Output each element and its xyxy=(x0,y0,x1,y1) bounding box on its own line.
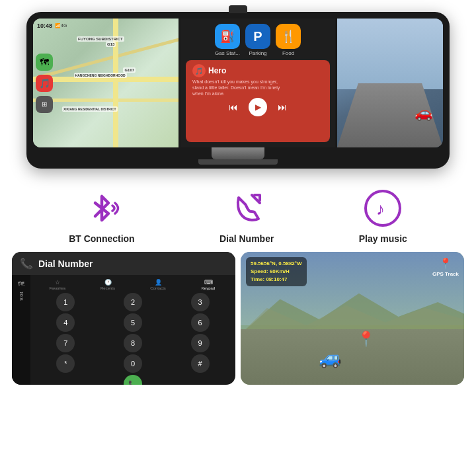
gps-track-icon: 📍 xyxy=(439,257,452,270)
dial-sidebar-maps-icon: 🗺 xyxy=(18,280,24,288)
keypad-3[interactable]: 3 xyxy=(191,293,210,311)
keypad-5[interactable]: 5 xyxy=(124,313,142,332)
dial-number-panel: 📞 Dial Number 🗺 9:04 ☆ Favorites 🕐 Recen… xyxy=(12,252,235,385)
device-base xyxy=(198,159,278,165)
keypad-hash[interactable]: # xyxy=(191,354,210,373)
camera-car-ahead: 🚗 xyxy=(415,104,432,122)
dial-icon-wrap xyxy=(225,187,268,229)
dial-content: 🗺 9:04 ☆ Favorites 🕐 Recents 👤 Contacts xyxy=(12,275,235,385)
food-label: Food xyxy=(282,50,294,56)
carplay-parking-btn[interactable]: P Parking xyxy=(245,24,270,56)
call-button[interactable]: 📞 xyxy=(124,375,142,385)
feature-bt: BT Connection xyxy=(69,187,135,244)
prev-button[interactable]: ⏮ xyxy=(229,102,238,112)
phone-icon xyxy=(227,188,266,228)
keypad-6[interactable]: 6 xyxy=(191,313,210,332)
feature-music: ♪ Play music xyxy=(359,187,407,244)
map-road-horizontal-2 xyxy=(33,99,178,102)
bottom-panels: 📞 Dial Number 🗺 9:04 ☆ Favorites 🕐 Recen… xyxy=(0,252,476,394)
keypad-9[interactable]: 9 xyxy=(191,334,210,352)
bluetooth-icon xyxy=(82,188,122,228)
carplay-panel: ⛽ Gas Stat... P Parking 🍴 Food 🎵 xyxy=(180,19,335,147)
map-signal: 📶4G xyxy=(55,23,67,28)
dial-sidebar: 🗺 9:04 xyxy=(12,275,30,385)
map-label-fuyong: FUYONG SUBDISTRICT xyxy=(77,36,124,42)
bt-icon-wrap xyxy=(81,187,123,229)
dial-header-phone-icon: 📞 xyxy=(20,257,33,270)
map-time: 10:48 xyxy=(37,22,52,29)
gps-info-box: 59.5656°N, 0.5882°W Speed: 60Km/H Time: … xyxy=(246,257,307,286)
gps-speed: Speed: 60Km/H xyxy=(251,268,302,276)
features-section: BT Connection Dial Number ♪ Play music xyxy=(0,175,476,252)
recents-label: Recents xyxy=(100,286,115,290)
dial-tab-contacts[interactable]: 👤 Contacts xyxy=(134,279,182,290)
device-section: FUYONG SUBDISTRICT HANGCHENG NEIGHBORHOO… xyxy=(0,0,476,175)
music-note-icon: ♪ xyxy=(362,187,404,229)
food-icon: 🍴 xyxy=(276,24,301,49)
feature-dial: Dial Number xyxy=(219,187,274,244)
music-description: What doesn't kill you makes you stronger… xyxy=(192,79,323,97)
contacts-label: Contacts xyxy=(150,286,166,290)
camera-sky xyxy=(337,19,443,89)
device-stand xyxy=(212,147,264,159)
keypad-1[interactable]: 1 xyxy=(56,293,75,311)
keypad-7[interactable]: 7 xyxy=(56,334,75,352)
play-button[interactable]: ▶ xyxy=(249,98,267,116)
gps-road xyxy=(241,329,464,385)
dial-bottom-row: 📞 xyxy=(33,373,233,385)
gps-track-label: 📍 GPS Track xyxy=(432,257,459,277)
svg-text:♪: ♪ xyxy=(376,199,385,219)
keypad-2[interactable]: 2 xyxy=(124,293,142,311)
keypad-star[interactable]: * xyxy=(56,354,75,373)
map-icon-row: 🗺 🎵 ⊞ xyxy=(36,54,53,113)
map-road-g107: G107 xyxy=(123,67,136,73)
map-app-grid[interactable]: ⊞ xyxy=(36,96,53,113)
dial-tab-recents[interactable]: 🕐 Recents xyxy=(83,279,132,290)
keypad-grid: 1 2 3 4 5 6 7 8 9 * 0 # xyxy=(33,293,233,373)
dial-panel-title: Dial Number xyxy=(38,258,93,269)
keypad-8[interactable]: 8 xyxy=(124,334,142,352)
keypad-0[interactable]: 0 xyxy=(124,354,142,373)
music-title-row: 🎵 Hero xyxy=(192,64,323,77)
recents-icon: 🕐 xyxy=(104,279,112,286)
music-title: Hero xyxy=(208,66,226,75)
carplay-food-btn[interactable]: 🍴 Food xyxy=(276,24,301,56)
music-label: Play music xyxy=(359,233,407,244)
map-label-hangcheng: HANGCHENG NEIGHBORHOOD xyxy=(74,73,127,78)
map-label-xixiang: XIXIANG RESIDENTIAL DISTRICT xyxy=(62,106,118,112)
music-card: 🎵 Hero What doesn't kill you makes you s… xyxy=(186,60,330,142)
gps-car: 🚙 xyxy=(319,347,342,369)
dial-sidebar-time: 9:04 xyxy=(19,292,24,301)
keypad-4[interactable]: 4 xyxy=(56,313,75,332)
carplay-top-icons: ⛽ Gas Stat... P Parking 🍴 Food xyxy=(186,24,330,56)
gps-track-text: GPS Track xyxy=(432,271,459,277)
camera-panel: 🚗 xyxy=(337,19,443,147)
dial-tab-keypad[interactable]: ⌨ Keypad xyxy=(184,279,233,290)
keypad-label: Keypad xyxy=(202,286,215,290)
music-app-icon: 🎵 xyxy=(192,64,206,77)
map-app-maps[interactable]: 🗺 xyxy=(36,54,53,71)
gps-time: Time: 08:10:47 xyxy=(251,276,302,284)
bt-label: BT Connection xyxy=(69,233,135,244)
favorites-label: Favorites xyxy=(50,286,66,290)
gps-panel: 🚙 📍 59.5656°N, 0.5882°W Speed: 60Km/H Ti… xyxy=(241,252,464,385)
favorites-icon: ☆ xyxy=(55,279,60,286)
dial-tabs: ☆ Favorites 🕐 Recents 👤 Contacts ⌨ Keypa… xyxy=(33,278,233,293)
map-app-music[interactable]: 🎵 xyxy=(36,75,53,92)
gps-pin: 📍 xyxy=(357,331,375,348)
map-panel: FUYONG SUBDISTRICT HANGCHENG NEIGHBORHOO… xyxy=(33,19,178,147)
dial-panel-header: 📞 Dial Number xyxy=(12,252,235,275)
dial-tab-favorites[interactable]: ☆ Favorites xyxy=(33,279,82,290)
gas-icon: ⛽ xyxy=(215,24,240,49)
carplay-gas-btn[interactable]: ⛽ Gas Stat... xyxy=(215,24,240,56)
car-display-device: FUYONG SUBDISTRICT HANGCHENG NEIGHBORHOO… xyxy=(26,12,450,169)
music-controls: ⏮ ▶ ⏭ xyxy=(192,98,323,116)
music-icon-wrap: ♪ xyxy=(362,187,404,229)
next-button[interactable]: ⏭ xyxy=(278,102,287,112)
dial-main: ☆ Favorites 🕐 Recents 👤 Contacts ⌨ Keypa… xyxy=(30,275,235,385)
parking-icon: P xyxy=(245,24,270,49)
contacts-icon: 👤 xyxy=(155,279,162,286)
map-status-bar: 10:48 📶4G xyxy=(37,22,67,29)
map-road-g13: G13 xyxy=(106,42,116,47)
keypad-icon: ⌨ xyxy=(204,279,213,286)
